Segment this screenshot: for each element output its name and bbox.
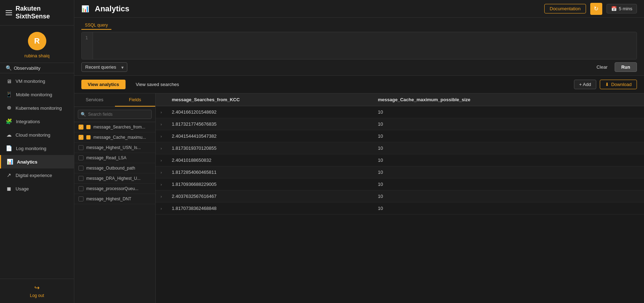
- field-checkbox[interactable]: [79, 166, 83, 171]
- field-item[interactable]: message_Outbound_path: [74, 163, 155, 173]
- observability-row[interactable]: 🔍 Observability: [0, 63, 74, 73]
- chevron-right-icon[interactable]: ›: [161, 206, 162, 211]
- sidebar: Rakuten SixthSense R rubina shaiq 🔍 Obse…: [0, 0, 74, 303]
- search-box: 🔍: [74, 107, 155, 122]
- view-saved-searches-tab[interactable]: View saved searches: [129, 79, 186, 90]
- sidebar-item-label: VM monitoring: [16, 79, 45, 84]
- clear-button[interactable]: Clear: [593, 63, 611, 72]
- field-checkbox[interactable]: [79, 145, 83, 150]
- integrations-icon: 🧩: [6, 118, 12, 125]
- sidebar-item-vm-monitoring[interactable]: 🖥 VM monitoring: [0, 75, 74, 88]
- sidebar-item-mobile-monitoring[interactable]: 📱 Mobile monitoring: [0, 88, 74, 101]
- search-icon: 🔍: [6, 65, 12, 71]
- table-row[interactable]: ›2.404154441054738210: [156, 130, 644, 142]
- sidebar-item-kubernetes-monitoring[interactable]: ☸ Kubernetes monitoring: [0, 101, 74, 115]
- expand-cell[interactable]: ›: [156, 154, 167, 166]
- time-range-button[interactable]: 📅 5 mins: [607, 4, 637, 13]
- search-fields-input[interactable]: [78, 110, 152, 119]
- expand-cell[interactable]: ›: [156, 142, 167, 154]
- table-body: ›2.404166120154869210›1.8173217745676835…: [156, 106, 644, 215]
- table-row[interactable]: ›1.817301937012085510: [156, 142, 644, 154]
- field-item[interactable]: message_DRA_Highest_U...: [74, 173, 155, 184]
- expand-cell[interactable]: ›: [156, 202, 167, 215]
- hamburger-icon[interactable]: [6, 10, 12, 15]
- query-tabs: SSQL query: [81, 21, 637, 30]
- chevron-right-icon[interactable]: ›: [161, 110, 162, 114]
- expand-cell[interactable]: ›: [156, 130, 167, 142]
- sidebar-item-digital-experience[interactable]: ↗ Digital experience: [0, 168, 74, 182]
- col2-cell: 10: [373, 178, 644, 190]
- documentation-button[interactable]: Documentation: [544, 4, 586, 13]
- sidebar-item-cloud-monitoring[interactable]: ☁ Cloud monitoring: [0, 128, 74, 142]
- expand-cell[interactable]: ›: [156, 166, 167, 178]
- field-item[interactable]: message_Highest_DNT: [74, 194, 155, 204]
- action-bar: View analytics View saved searches + Add…: [74, 76, 644, 93]
- download-label: Download: [611, 82, 632, 87]
- query-editor: 1: [81, 32, 637, 59]
- recent-queries-select[interactable]: Recent queries: [81, 62, 127, 72]
- field-list: ✓message_Searches_from...✓message_Cache_…: [74, 122, 155, 303]
- sidebar-item-label: Analytics: [17, 159, 37, 165]
- analytics-icon: 📊: [7, 159, 13, 165]
- observability-label: Observability: [14, 65, 40, 71]
- expand-cell[interactable]: ›: [156, 190, 167, 202]
- sidebar-item-log-monitoring[interactable]: 📄 Log monitoring: [0, 142, 74, 155]
- field-item[interactable]: ✓message_Searches_from...: [74, 122, 155, 132]
- field-item[interactable]: message_processorQueu...: [74, 184, 155, 194]
- mobile-icon: 📱: [6, 91, 12, 98]
- sidebar-item-usage[interactable]: ◼ Usage: [0, 182, 74, 195]
- table-row[interactable]: ›2.403763256761646710: [156, 190, 644, 202]
- view-analytics-tab[interactable]: View analytics: [81, 80, 126, 89]
- field-label: message_Outbound_path: [86, 166, 135, 171]
- table-row[interactable]: ›2.404166120154869210: [156, 106, 644, 118]
- chevron-right-icon[interactable]: ›: [161, 146, 162, 150]
- tab-fields[interactable]: Fields: [115, 93, 156, 107]
- field-checkbox[interactable]: ✓: [79, 125, 83, 130]
- col1-header: message_Searches_from_KCC: [167, 93, 373, 106]
- expand-cell[interactable]: ›: [156, 118, 167, 130]
- field-item[interactable]: ✓message_Cache_maximu...: [74, 132, 155, 143]
- usage-icon: ◼: [6, 185, 12, 192]
- ssql-query-tab[interactable]: SSQL query: [81, 21, 111, 30]
- field-checkbox[interactable]: [79, 176, 83, 181]
- sidebar-item-label: Digital experience: [16, 173, 52, 178]
- field-checkbox[interactable]: [79, 186, 83, 191]
- tab-services[interactable]: Services: [74, 93, 115, 107]
- sidebar-item-label: Cloud monitoring: [16, 132, 50, 138]
- table-row[interactable]: ›1.817073836246884810: [156, 202, 644, 215]
- sidebar-footer[interactable]: ↪ Log out: [0, 279, 74, 303]
- logout-label: Log out: [30, 293, 44, 298]
- col2-cell: 10: [373, 118, 644, 130]
- table-row[interactable]: ›1.817285406046581110: [156, 166, 644, 178]
- chevron-right-icon[interactable]: ›: [161, 170, 162, 175]
- field-checkbox[interactable]: ✓: [79, 135, 83, 140]
- user-section: R rubina shaiq: [0, 25, 74, 63]
- sidebar-item-analytics[interactable]: 📊 Analytics: [0, 155, 74, 168]
- col2-cell: 10: [373, 130, 644, 142]
- field-checkbox[interactable]: [79, 196, 83, 201]
- chevron-right-icon[interactable]: ›: [161, 158, 162, 162]
- col1-cell: 2.4037632567616467: [167, 190, 373, 202]
- query-input[interactable]: [93, 32, 637, 59]
- table-row[interactable]: ›1.817093668822900510: [156, 178, 644, 190]
- col1-cell: 2.4041544410547382: [167, 130, 373, 142]
- query-controls: Recent queries Clear Run: [81, 62, 637, 72]
- refresh-button[interactable]: ↻: [590, 3, 602, 15]
- table-row[interactable]: ›1.817321774567683510: [156, 118, 644, 130]
- field-item[interactable]: message_Highest_USN_Is...: [74, 143, 155, 153]
- expand-cell[interactable]: ›: [156, 106, 167, 118]
- sidebar-item-integrations[interactable]: 🧩 Integrations: [0, 115, 74, 128]
- chevron-right-icon[interactable]: ›: [161, 134, 162, 138]
- table-row[interactable]: ›2.4041018865083210: [156, 154, 644, 166]
- download-button[interactable]: ⬇ Download: [600, 80, 637, 89]
- expand-cell[interactable]: ›: [156, 178, 167, 190]
- add-button[interactable]: + Add: [574, 80, 597, 89]
- refresh-icon: ↻: [594, 5, 598, 12]
- field-item[interactable]: message_Read_LSA: [74, 153, 155, 163]
- data-area: Services Fields 🔍 ✓message_Searches_from…: [74, 93, 644, 303]
- chevron-right-icon[interactable]: ›: [161, 122, 162, 126]
- field-checkbox[interactable]: [79, 155, 83, 160]
- chevron-right-icon[interactable]: ›: [161, 182, 162, 187]
- run-button[interactable]: Run: [615, 62, 637, 72]
- chevron-right-icon[interactable]: ›: [161, 194, 162, 199]
